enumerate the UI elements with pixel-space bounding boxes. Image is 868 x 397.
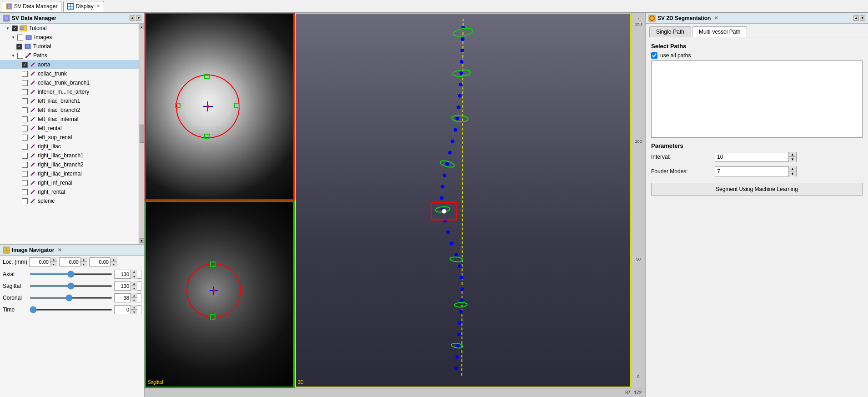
tree-root-checkbox[interactable]: [12, 25, 18, 31]
tree-splenic-checkbox[interactable]: [22, 198, 28, 204]
tree-inferior-artery-checkbox[interactable]: [22, 89, 28, 95]
tab-sv-data-manager[interactable]: SV Data Manager: [2, 1, 61, 12]
interval-up[interactable]: ▲: [789, 152, 796, 157]
loc-x-down[interactable]: ▼: [50, 262, 57, 266]
seg-panel-scroll-up[interactable]: ▲: [853, 15, 859, 21]
tree-left-iliac-internal-checkbox[interactable]: [22, 116, 28, 122]
loc-y-input[interactable]: [60, 259, 80, 265]
tree-paths-checkbox[interactable]: [17, 53, 23, 59]
tree-left-iliac-branch1-checkbox[interactable]: [22, 98, 28, 104]
fourier-input[interactable]: [715, 168, 788, 175]
tree-right-iliac-branch2-checkbox[interactable]: [22, 162, 28, 168]
coronal-spinbox[interactable]: ▲ ▼: [114, 293, 141, 302]
sagittal-spinbox[interactable]: ▲ ▼: [114, 281, 141, 291]
loc-y-spinbox[interactable]: ▲ ▼: [59, 257, 87, 266]
tree-scrollbar-down[interactable]: ▼: [140, 238, 144, 243]
loc-z-spinbox[interactable]: ▲ ▼: [89, 257, 117, 266]
coronal-input[interactable]: [115, 295, 130, 301]
loc-z-up[interactable]: ▲: [110, 257, 117, 262]
tree-path-left-iliac-branch1[interactable]: left_iliac_branch1: [0, 96, 139, 106]
tree-left-rental-checkbox[interactable]: [22, 126, 28, 131]
tree-tutorial-image[interactable]: Tutorial: [0, 42, 139, 51]
loc-x-input[interactable]: [30, 259, 50, 265]
sagittal-slider[interactable]: [30, 285, 112, 287]
tree-right-iliac-branch1-checkbox[interactable]: [22, 153, 28, 159]
loc-z-down[interactable]: ▼: [110, 262, 117, 266]
tree-images-group[interactable]: ▼ Images: [0, 33, 139, 42]
time-slider[interactable]: [30, 309, 112, 311]
tree-path-right-iliac-branch2[interactable]: right_iliac_branch2: [0, 160, 139, 169]
tree-path-left-iliac-internal[interactable]: left_iliac_internal: [0, 115, 139, 124]
data-manager-scroll-up[interactable]: ▲: [130, 15, 135, 21]
axial-slider[interactable]: [30, 273, 112, 275]
sagittal-down[interactable]: ▼: [131, 286, 137, 291]
tree-path-aorta[interactable]: aorta: [0, 60, 139, 69]
tree-path-right-rental[interactable]: right_rental: [0, 187, 139, 196]
tree-path-celiac-trunk[interactable]: celiac_trunk: [0, 69, 139, 78]
sagittal-input[interactable]: [115, 283, 130, 289]
tree-path-left-sup-renal[interactable]: left_sup_renal: [0, 133, 139, 142]
3d-view[interactable]: 3D: [295, 13, 632, 388]
loc-x-spinbox[interactable]: ▲ ▼: [29, 257, 57, 266]
data-tree-scroll[interactable]: ▼ Tutorial ▼: [0, 24, 139, 244]
time-input[interactable]: [115, 307, 130, 313]
interval-spinbox[interactable]: ▲ ▼: [715, 152, 797, 162]
ml-button[interactable]: Segment Using Machine Learning: [651, 183, 863, 196]
loc-z-input[interactable]: [90, 259, 110, 265]
tree-scrollbar-thumb[interactable]: [140, 125, 144, 143]
segmentation-close[interactable]: ✕: [714, 15, 718, 20]
tree-path-right-inf-renal[interactable]: right_inf_renal: [0, 178, 139, 187]
tree-scrollbar-up[interactable]: ▲: [140, 25, 144, 29]
tree-path-inferior-artery[interactable]: inferior_m...ric_artery: [0, 87, 139, 96]
tab-single-path[interactable]: Single-Path: [649, 26, 691, 37]
tree-path-splenic[interactable]: splenic: [0, 196, 139, 206]
axial-down[interactable]: ▼: [131, 274, 137, 279]
tree-celiac-trunk-branch1-checkbox[interactable]: [22, 80, 28, 86]
tab-display[interactable]: Display ✕: [63, 1, 104, 12]
axial-spinbox[interactable]: ▲ ▼: [114, 270, 141, 279]
seg-panel-scroll-down[interactable]: ▼: [860, 15, 865, 21]
axial-view[interactable]: [145, 13, 295, 201]
tree-path-right-iliac[interactable]: right_iliac: [0, 142, 139, 151]
tree-path-celiac-trunk-branch1[interactable]: celiac_trunk_branch1: [0, 78, 139, 87]
tree-left-iliac-branch2-checkbox[interactable]: [22, 107, 28, 113]
tree-paths-group[interactable]: ▼ Paths: [0, 51, 139, 60]
tree-right-rental-checkbox[interactable]: [22, 189, 28, 195]
tree-path-left-iliac-branch2[interactable]: left_iliac_branch2: [0, 106, 139, 115]
axial-input[interactable]: [115, 271, 130, 277]
tree-right-iliac-checkbox[interactable]: [22, 144, 28, 150]
tree-right-inf-renal-checkbox[interactable]: [22, 180, 28, 186]
tree-celiac-trunk-checkbox[interactable]: [22, 71, 28, 77]
loc-y-up[interactable]: ▲: [80, 257, 87, 262]
tree-tutorial-image-checkbox[interactable]: [16, 44, 22, 50]
time-up[interactable]: ▲: [131, 305, 137, 310]
loc-x-up[interactable]: ▲: [50, 257, 57, 262]
tab-multi-vessel[interactable]: Multi-vessel Path: [692, 26, 747, 37]
time-down[interactable]: ▼: [131, 310, 137, 314]
tree-path-left-rental[interactable]: left_rental: [0, 124, 139, 133]
data-manager-scroll-down[interactable]: ▼: [136, 15, 141, 21]
tree-right-iliac-internal-checkbox[interactable]: [22, 171, 28, 177]
coronal-down[interactable]: ▼: [131, 298, 137, 302]
interval-input[interactable]: [715, 153, 788, 161]
time-spinbox[interactable]: ▲ ▼: [114, 305, 141, 314]
tree-path-right-iliac-internal[interactable]: right_iliac_internal: [0, 169, 139, 178]
tree-aorta-checkbox[interactable]: [22, 62, 28, 68]
fourier-up[interactable]: ▲: [789, 166, 796, 171]
image-navigator-close[interactable]: ✕: [58, 247, 61, 252]
axial-up[interactable]: ▲: [131, 270, 137, 274]
fourier-spinbox[interactable]: ▲ ▼: [715, 166, 797, 176]
tree-images-checkbox[interactable]: [17, 35, 23, 40]
loc-y-down[interactable]: ▼: [80, 262, 87, 266]
sagittal-up[interactable]: ▲: [131, 281, 137, 286]
tree-left-sup-renal-checkbox[interactable]: [22, 135, 28, 141]
coronal-slider[interactable]: [30, 297, 112, 299]
tree-root[interactable]: ▼ Tutorial: [0, 24, 139, 33]
display-tab-close[interactable]: ✕: [96, 4, 100, 9]
fourier-down[interactable]: ▼: [789, 171, 796, 176]
paths-list-box[interactable]: [651, 60, 863, 138]
sagittal-view[interactable]: Sagittal: [145, 201, 295, 388]
tree-path-right-iliac-branch1[interactable]: right_iliac_branch1: [0, 151, 139, 160]
coronal-up[interactable]: ▲: [131, 293, 137, 298]
use-all-paths-checkbox[interactable]: [651, 52, 657, 59]
